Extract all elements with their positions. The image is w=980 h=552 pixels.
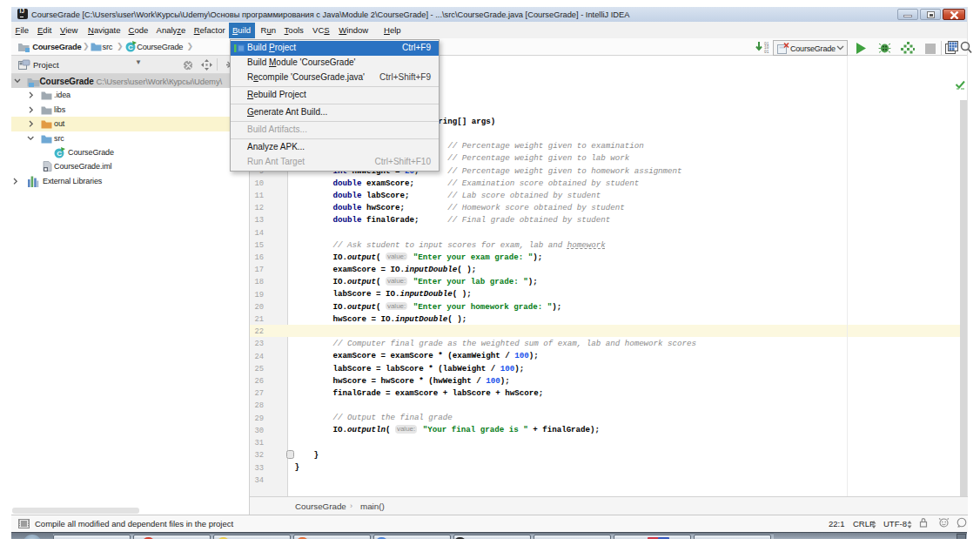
svg-text:C: C xyxy=(128,44,133,51)
svg-text:C: C xyxy=(57,150,62,158)
svg-text:01: 01 xyxy=(764,50,769,54)
